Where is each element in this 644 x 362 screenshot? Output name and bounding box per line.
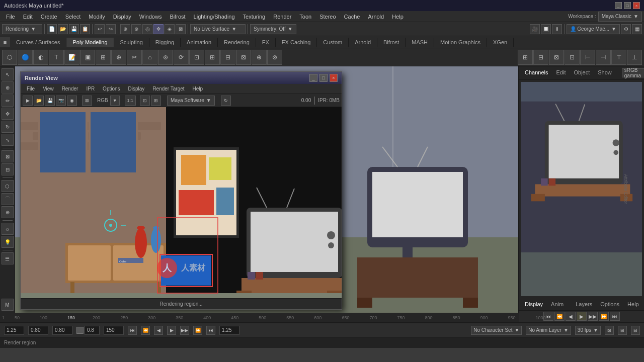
shelf-btn-right-5[interactable]: ⊢: [580, 50, 595, 65]
undo-btn[interactable]: ↩: [95, 24, 105, 34]
module-tab-rigging[interactable]: Rigging: [149, 38, 181, 47]
lt-paint-btn[interactable]: ✏: [2, 95, 14, 107]
menu-display[interactable]: Display: [109, 13, 135, 21]
rv-renderer-dropdown[interactable]: Maya Software ▼: [167, 96, 215, 106]
rv-close-btn[interactable]: ×: [330, 74, 338, 82]
playback-btn-next[interactable]: ⏩: [193, 326, 202, 335]
rv-open-btn[interactable]: 📂: [34, 96, 44, 106]
menu-help[interactable]: Help: [388, 13, 408, 21]
module-tab-motiongraphics[interactable]: Motion Graphics: [434, 38, 487, 47]
menu-file[interactable]: File: [2, 13, 19, 21]
rv-menu-options[interactable]: Options: [99, 85, 124, 93]
colorspace-dropdown[interactable]: sRGB gamma ▼: [622, 68, 644, 77]
menu-bifrost[interactable]: Bifrost: [166, 13, 189, 21]
module-tab-arnold[interactable]: Arnold: [349, 38, 377, 47]
transform-btn[interactable]: ⊠: [176, 24, 186, 34]
menu-lighting-shading[interactable]: Lighting/Shading: [190, 13, 239, 21]
playback-btn-stepfwd[interactable]: ▶▶: [180, 326, 189, 335]
rv-refresh-btn[interactable]: ↻: [221, 96, 231, 106]
maximize-btn[interactable]: □: [624, 2, 631, 9]
no-live-surface-dropdown[interactable]: No Live Surface ▼: [190, 24, 246, 34]
minimize-btn[interactable]: _: [615, 2, 622, 9]
lt-light-btn[interactable]: 💡: [2, 236, 14, 248]
camera-tool-btn[interactable]: 🎥: [530, 24, 540, 34]
module-tab-custom[interactable]: Custom: [317, 38, 349, 47]
shelf-btn-right-4[interactable]: ⊡: [565, 50, 580, 65]
module-tab-fxcaching[interactable]: FX Caching: [276, 38, 317, 47]
rv-menu-ipr[interactable]: IPR: [82, 85, 99, 93]
playback-btn-prev[interactable]: ⏪: [141, 326, 150, 335]
pb-step-back-btn[interactable]: ◀: [566, 312, 576, 321]
rp-tab-object[interactable]: Object: [572, 68, 592, 77]
lt-render-btn[interactable]: ☼: [2, 223, 14, 235]
window-controls[interactable]: _ □ ×: [615, 2, 640, 9]
anim-layer-dropdown[interactable]: No Anim Layer ▼: [526, 326, 571, 335]
shelf-btn-1[interactable]: ⬡: [2, 50, 17, 65]
menu-texturing[interactable]: Texturing: [239, 13, 270, 21]
save-as-btn[interactable]: 📋: [80, 24, 90, 34]
shelf-btn-15[interactable]: ⊟: [220, 50, 235, 65]
menu-render[interactable]: Render: [269, 13, 295, 21]
shelf-btn-right-6[interactable]: ⊣: [596, 50, 611, 65]
lasso-btn[interactable]: ⊗: [131, 24, 141, 34]
mode-dropdown[interactable]: Rendering ▼: [2, 24, 42, 34]
module-tab-curves[interactable]: Curves / Surfaces: [10, 38, 66, 47]
range-start-input[interactable]: [104, 326, 124, 335]
save-file-btn[interactable]: 💾: [69, 24, 79, 34]
shelf-btn-5[interactable]: 📝: [64, 50, 79, 65]
rp-tab-channels[interactable]: Channels: [523, 68, 550, 77]
rv-menu-display[interactable]: Display: [124, 85, 149, 93]
new-file-btn[interactable]: 📄: [47, 24, 57, 34]
paint-btn[interactable]: ◎: [142, 24, 152, 34]
workspace-dropdown[interactable]: Maya Classic ▼: [598, 12, 642, 22]
playback-btn-play[interactable]: ▶: [167, 326, 176, 335]
lt-rotate-btn[interactable]: ↻: [2, 121, 14, 133]
rp-layers-item[interactable]: Layers: [574, 300, 594, 308]
select-btn[interactable]: ⊕: [120, 24, 130, 34]
lt-curve-btn[interactable]: ⌒: [2, 193, 14, 205]
rp-tab-show[interactable]: Show: [596, 68, 614, 77]
rp-help-item[interactable]: Help: [625, 300, 641, 308]
module-tab-animation[interactable]: Animation: [181, 38, 218, 47]
shelf-btn-6[interactable]: ▣: [80, 50, 95, 65]
pb-prev-btn[interactable]: ⏪: [554, 312, 565, 321]
menu-cache[interactable]: Cache: [340, 13, 364, 21]
rv-region-btn[interactable]: ⊠: [82, 96, 92, 106]
playback-btn-stepback[interactable]: ◀: [154, 326, 163, 335]
range-end-input[interactable]: [219, 326, 239, 335]
module-tab-fx[interactable]: FX: [256, 38, 276, 47]
rp-display-tab[interactable]: Display: [523, 300, 545, 308]
rv-rgb-dropdown[interactable]: ▼: [110, 96, 120, 106]
move-btn[interactable]: ✥: [153, 24, 164, 34]
anim-btn-3[interactable]: ⊟: [631, 326, 640, 335]
module-tab-sculpting[interactable]: Sculpting: [114, 38, 149, 47]
rv-save-btn[interactable]: 💾: [45, 96, 55, 106]
module-tab-xgen[interactable]: XGen: [487, 38, 514, 47]
rv-fit-btn[interactable]: ⊡: [140, 96, 150, 106]
shelf-btn-right-8[interactable]: ⊥: [627, 50, 642, 65]
start-frame-input[interactable]: [4, 326, 24, 335]
module-tab-rendering[interactable]: Rendering: [218, 38, 256, 47]
shelf-btn-3[interactable]: ◐: [33, 50, 48, 65]
lt-mesh-btn[interactable]: ⬡: [2, 180, 14, 192]
rv-menu-render-target[interactable]: Render Target: [148, 85, 188, 93]
shelf-btn-16[interactable]: ⊠: [236, 50, 251, 65]
render-view-titlebar[interactable]: Render View _ □ ×: [21, 72, 342, 84]
viewport[interactable]: persp Render View _ □ × File View Render…: [15, 66, 518, 313]
shelf-btn-right-1[interactable]: ⊞: [518, 50, 533, 65]
pb-next-btn[interactable]: ⏩: [599, 312, 609, 321]
rv-zoom-btn[interactable]: ⊞: [151, 96, 161, 106]
lt-mirror-btn[interactable]: ⊟: [2, 163, 14, 175]
menu-arnold[interactable]: Arnold: [364, 13, 388, 21]
open-file-btn[interactable]: 📂: [58, 24, 68, 34]
shelf-btn-2[interactable]: 🔵: [18, 50, 33, 65]
lt-lasso-btn[interactable]: ⊕: [2, 81, 14, 94]
menu-toon[interactable]: Toon: [295, 13, 315, 21]
module-tab-poly[interactable]: Poly Modeling: [66, 38, 114, 47]
lt-scale-btn[interactable]: ⤡: [2, 134, 14, 146]
render-view-dialog[interactable]: Render View _ □ × File View Render IPR O…: [20, 71, 342, 310]
lt-bottom-btn[interactable]: M: [2, 299, 14, 311]
lt-deform-btn[interactable]: ⊕: [2, 206, 14, 218]
menu-edit[interactable]: Edit: [19, 13, 37, 21]
rv-maximize-btn[interactable]: □: [319, 74, 328, 82]
